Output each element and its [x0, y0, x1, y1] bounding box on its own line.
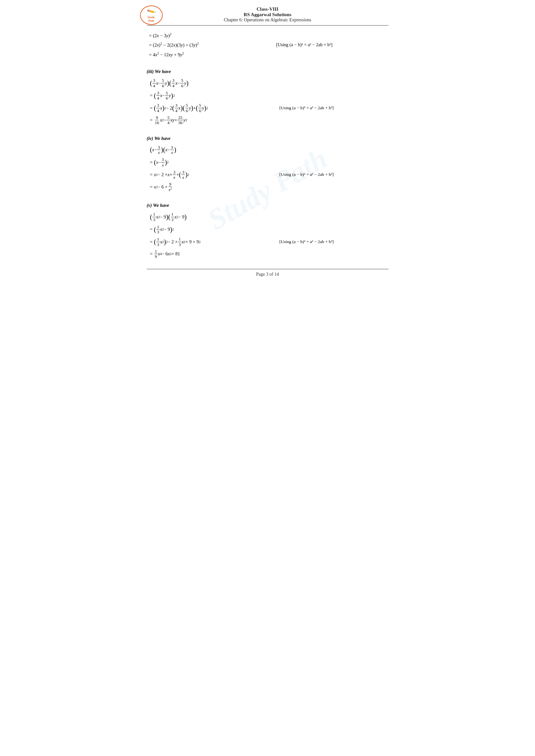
- v-eq1: ( 13 x2 − 9 ) ( 13 x2 − 9 ): [147, 211, 388, 223]
- page-header: Class-VIII RS Aggarwal Solutions Chapter…: [147, 7, 388, 26]
- page: ✏️ StudyPath Class-VIII RS Aggarwal Solu…: [134, 0, 401, 378]
- iv-eq3: = x2 − 2 × x × 3x + ( 3x )2 [Using (a − …: [147, 169, 388, 180]
- iii-eq4: = 916 x2 − 54 xy + 2536 y2: [147, 115, 388, 125]
- main-content: = (2x − 3y)2 = (2x)2 − 2(2x)(3y) + (3y)2…: [147, 31, 388, 259]
- iv-eq4: = x2 − 6 + 9x2: [147, 182, 388, 193]
- logo-text: StudyPath: [148, 15, 155, 23]
- iv-eq2: = ( x − 3x )2: [147, 157, 388, 168]
- header-book: RS Aggarwal Solutions: [147, 12, 388, 17]
- continuation-section: = (2x − 3y)2 = (2x)2 − 2(2x)(3y) + (3y)2…: [147, 31, 388, 59]
- section-v: (v) We have ( 13 x2 − 9 ) ( 13 x2 − 9 ) …: [147, 202, 388, 259]
- section-iv: (iv) We have ( x − 3x ) ( x − 3x ) = ( x…: [147, 134, 388, 193]
- page-number: Page 3 of 14: [256, 272, 279, 277]
- pencil-icon: ✏️: [146, 7, 156, 16]
- v-eq4: = 19 x4 − 6x2 + 81: [147, 249, 388, 259]
- iii-eq2: = ( 34 x − 56 y)2: [147, 90, 388, 101]
- v-eq3: = ( 13 x2 )2 − 2 × 13 x2 × 9 + 92 [Using…: [147, 236, 388, 248]
- v-eq2: = ( 13 x2 − 9 )2: [147, 224, 388, 235]
- section-v-label: (v) We have: [147, 202, 388, 209]
- section-iv-label: (iv) We have: [147, 134, 388, 143]
- eq-row: = (2x − 3y)2: [147, 31, 388, 40]
- eq-row: = (2x)2 − 2(2x)(3y) + (3y)2 [Using (a − …: [147, 41, 388, 49]
- header-chapter: Chapter 6: Operations on Algebraic Expre…: [147, 17, 388, 23]
- note-v: [Using (a − b)² = a² − 2ab + b²]: [279, 238, 334, 246]
- eq-row: = 4x2 − 12xy + 9y2: [147, 50, 388, 59]
- note-iv: [Using (a − b)² = a² − 2ab + b²]: [279, 171, 334, 178]
- logo-circle: ✏️ StudyPath: [140, 6, 163, 25]
- note: [Using (a − b)² = a² − 2ab + b²]: [276, 41, 332, 49]
- note-iii: [Using (a − b)² = a² − 2ab + b²]: [279, 104, 334, 112]
- iii-eq1: ( 34 x − 56 y) ( 34 x − 56 y): [147, 78, 388, 89]
- logo: ✏️ StudyPath: [138, 4, 164, 26]
- iii-eq3: = ( 34 x)2 − 2( 34 x) ( 56 y) + ( 56 y)2…: [147, 102, 388, 114]
- section-iii: (iii) We have ( 34 x − 56 y) ( 34 x − 56…: [147, 68, 388, 125]
- iv-eq1: ( x − 3x ) ( x − 3x ): [147, 144, 388, 155]
- page-footer: Page 3 of 14: [147, 269, 388, 277]
- header-class: Class-VIII: [147, 7, 388, 12]
- section-iii-label: (iii) We have: [147, 68, 388, 76]
